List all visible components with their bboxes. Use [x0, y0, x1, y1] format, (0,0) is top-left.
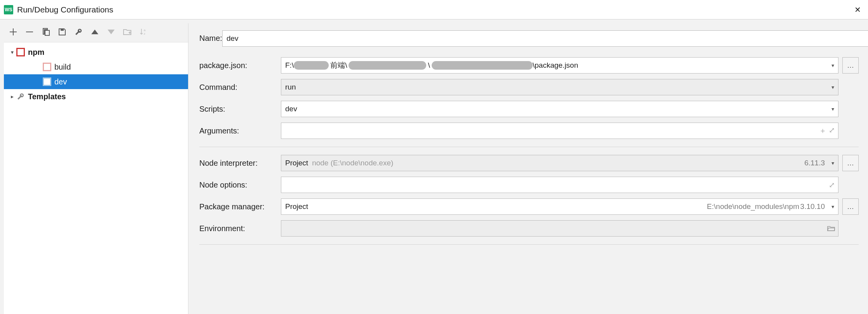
redacted-segment [432, 61, 533, 70]
environment-label: Environment: [199, 224, 281, 233]
tree-label: Templates [28, 92, 66, 101]
node-interpreter-select[interactable]: Project node (E:\node\node.exe) 6.11.3 ▾ [281, 155, 838, 171]
chevron-down-icon: ▾ [831, 203, 834, 210]
browse-button[interactable]: … [842, 198, 859, 215]
package-manager-label: Package manager: [199, 202, 281, 211]
pkg-mgr-version: 3.10.10 [800, 202, 825, 211]
name-input[interactable] [222, 30, 868, 47]
window-title: Run/Debug Configurations [17, 5, 113, 14]
row-node-options: Node options: ⤢ [199, 177, 859, 193]
chevron-down-icon: ▾ [831, 62, 834, 68]
spacer [842, 123, 859, 139]
svg-rect-0 [61, 29, 64, 31]
chevron-down-icon: ▾ [831, 160, 834, 166]
arrow-down-icon[interactable] [106, 27, 116, 37]
remove-icon[interactable] [25, 27, 34, 37]
svg-text:z: z [144, 32, 145, 35]
npm-icon [43, 77, 51, 86]
row-arguments: Arguments: ＋ ⤢ [199, 123, 859, 139]
node-options-label: Node options: [199, 181, 281, 189]
redacted-segment [294, 61, 329, 70]
environment-input[interactable] [281, 220, 838, 237]
row-name: Name: Share Allow parallel run [199, 25, 859, 52]
row-command: Command: run ▾ [199, 79, 859, 95]
arrow-up-icon[interactable] [90, 27, 99, 37]
folder-open-icon[interactable] [827, 225, 835, 232]
add-icon[interactable] [9, 27, 18, 37]
close-icon[interactable]: ✕ [851, 4, 864, 16]
save-icon[interactable] [58, 27, 67, 37]
row-node-interpreter: Node interpreter: Project node (E:\node\… [199, 155, 859, 171]
command-label: Command: [199, 83, 281, 92]
config-toolbar: az [4, 23, 188, 42]
package-label: package.json: [199, 61, 281, 70]
sort-alpha-icon[interactable]: az [139, 27, 148, 37]
scripts-label: Scripts: [199, 105, 281, 114]
wrench-icon [16, 92, 25, 101]
svg-text:a: a [144, 28, 146, 32]
tree-node-npm[interactable]: ▾ npm [4, 45, 188, 60]
plus-icon[interactable]: ＋ [819, 126, 826, 136]
chevron-down-icon: ▾ [831, 106, 834, 112]
row-package-manager: Package manager: Project E:\node\node_mo… [199, 198, 859, 215]
command-select[interactable]: run ▾ [281, 79, 838, 95]
arguments-label: Arguments: [199, 126, 281, 135]
divider [199, 147, 859, 147]
config-tree: ▾ npm build dev ▸ Templates [4, 42, 188, 314]
package-json-field[interactable]: F:\ 前端\ \ \package.json ▾ [281, 57, 838, 74]
spacer [842, 101, 859, 117]
chevron-right-icon: ▸ [8, 93, 16, 100]
node-interpreter-label: Node interpreter: [199, 159, 281, 168]
wrench-icon[interactable] [74, 27, 83, 37]
spacer [842, 220, 859, 237]
tree-label: dev [54, 77, 67, 86]
spacer [842, 79, 859, 95]
browse-button[interactable]: … [842, 57, 859, 74]
row-scripts: Scripts: dev ▾ [199, 101, 859, 117]
browse-button[interactable]: … [842, 155, 859, 171]
npm-icon [16, 48, 25, 56]
name-label: Name: [199, 34, 222, 43]
tree-node-dev[interactable]: dev [4, 74, 188, 89]
tree-label: npm [28, 48, 44, 57]
sidebar: az ▾ npm build dev ▸ Templates [4, 23, 188, 314]
npm-icon [43, 63, 51, 71]
chevron-down-icon: ▾ [8, 49, 16, 55]
spacer [842, 177, 859, 193]
scripts-select[interactable]: dev ▾ [281, 101, 838, 117]
node-options-input[interactable]: ⤢ [281, 177, 838, 193]
webstorm-icon: WS [4, 5, 13, 14]
chevron-down-icon: ▾ [831, 84, 834, 90]
copy-icon[interactable] [41, 27, 51, 37]
row-package-json: package.json: F:\ 前端\ \ \package.json ▾ … [199, 57, 859, 74]
pkg-mgr-path: E:\node\node_modules\npm [707, 202, 799, 211]
row-environment: Environment: [199, 220, 859, 237]
redacted-segment [349, 61, 426, 70]
divider [199, 244, 859, 245]
node-version: 6.11.3 [804, 159, 825, 167]
interpreter-hint: node (E:\node\node.exe) [312, 159, 393, 167]
folder-add-icon[interactable] [123, 27, 132, 37]
tree-node-build[interactable]: build [4, 60, 188, 74]
tree-label: build [54, 63, 71, 72]
tree-node-templates[interactable]: ▸ Templates [4, 89, 188, 104]
package-manager-select[interactable]: Project E:\node\node_modules\npm 3.10.10… [281, 198, 838, 215]
config-form: Name: Share Allow parallel run package.j… [188, 19, 868, 314]
expand-icon[interactable]: ⤢ [829, 126, 835, 136]
expand-icon[interactable]: ⤢ [829, 181, 835, 189]
arguments-input[interactable]: ＋ ⤢ [281, 123, 838, 139]
title-bar: WS Run/Debug Configurations ✕ [0, 0, 868, 19]
